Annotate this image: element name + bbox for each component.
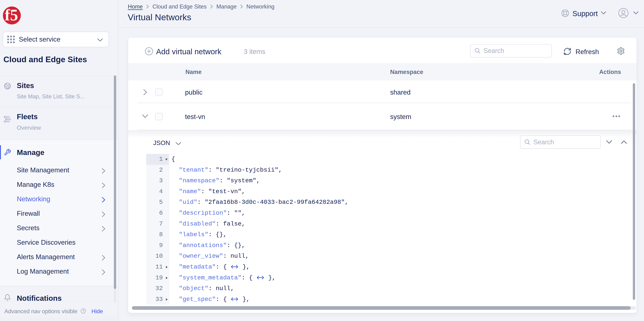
svg-text:?: ?: [82, 309, 84, 313]
svg-text:f5: f5: [5, 7, 18, 24]
